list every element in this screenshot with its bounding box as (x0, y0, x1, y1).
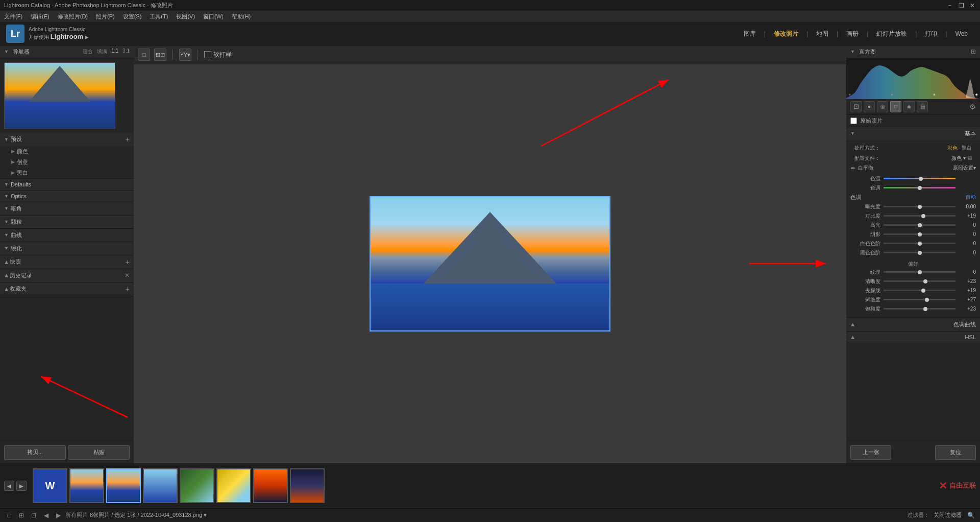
film-thumb-6[interactable] (216, 468, 251, 503)
menu-develop[interactable]: 修改照片(D) (58, 13, 88, 20)
crop-tool[interactable]: ⊡ (850, 101, 862, 112)
dehaze-slider[interactable] (884, 290, 955, 291)
shadows-slider[interactable] (884, 233, 955, 235)
collections-add-button[interactable]: + (126, 285, 130, 293)
grain-header[interactable]: ▼ 颗粒 (0, 216, 134, 228)
preset-item-bw2[interactable]: ▶ 黑白 (0, 168, 134, 178)
copy-button[interactable]: 拷贝... (4, 445, 66, 460)
brand-line2[interactable]: 开始使用 Lightroom ▶ (29, 33, 89, 41)
nav-back-button[interactable]: ◀ (41, 510, 51, 520)
profile-value[interactable]: 颜色 ▾ (951, 155, 966, 162)
view-toggle-3[interactable]: ⊡ (29, 510, 39, 520)
filter-value[interactable]: 关闭过滤器 (934, 511, 962, 519)
preset-item-color[interactable]: ▶ 颜色 (0, 146, 134, 157)
view-single-button[interactable]: □ (138, 49, 150, 61)
tab-develop[interactable]: 修改照片 (768, 28, 804, 40)
saturation-handle[interactable] (923, 307, 927, 311)
paste-button[interactable]: 粘贴 (68, 445, 130, 460)
clarity-slider[interactable] (884, 280, 955, 282)
exposure-handle[interactable] (918, 205, 922, 209)
color-temp-slider[interactable] (884, 178, 955, 179)
quick-snap-add-button[interactable]: + (126, 258, 130, 266)
tab-web[interactable]: Web (949, 28, 974, 39)
minimize-button[interactable]: － (946, 2, 953, 9)
color-tint-slider[interactable] (884, 187, 955, 188)
sharpen-header[interactable]: ▼ 锐化 (0, 242, 134, 255)
contrast-handle[interactable] (921, 214, 925, 218)
quick-snap-header[interactable]: ▶ 快照 + (0, 255, 134, 269)
tab-slideshow[interactable]: 幻灯片放映 (870, 28, 913, 40)
tab-library[interactable]: 图库 (738, 28, 762, 40)
navigator-collapse-arrow[interactable]: ▼ (4, 49, 9, 54)
whites-slider[interactable] (884, 243, 955, 244)
settings-icon[interactable]: ⚙ (969, 103, 976, 111)
treatment-bw[interactable]: 黑白 (962, 145, 972, 152)
histogram-collapse-arrow[interactable]: ▼ (850, 49, 855, 54)
blacks-handle[interactable] (918, 251, 922, 255)
texture-handle[interactable] (918, 270, 922, 274)
film-thumb-2[interactable] (69, 468, 104, 503)
menu-settings[interactable]: 设置(S) (123, 13, 142, 20)
zoom-3to1[interactable]: 3:1 (122, 48, 130, 55)
tone-auto-button[interactable]: 自动 (966, 194, 976, 201)
preset-item-bw[interactable]: ▶ 创意 (0, 157, 134, 168)
masking-tool[interactable]: □ (890, 101, 901, 112)
wb-picker-icon[interactable]: ✒ (850, 164, 856, 172)
shadows-handle[interactable] (918, 232, 922, 236)
blacks-slider[interactable] (884, 252, 955, 253)
photo-count-detail[interactable]: 8张照片 / 选定 1张 / 2022-10-04_093128.png ▾ (90, 511, 207, 519)
adjustment-tool[interactable]: ◈ (903, 101, 915, 112)
film-thumb-4[interactable] (143, 468, 178, 503)
original-photo-checkbox[interactable] (850, 117, 857, 124)
presets-header[interactable]: ▼ 预设 + (0, 133, 134, 146)
menu-window[interactable]: 窗口(W) (203, 13, 224, 20)
highlights-handle[interactable] (918, 223, 922, 227)
saturation-slider[interactable] (884, 308, 955, 310)
clarity-handle[interactable] (923, 279, 927, 283)
tone-curve-header[interactable]: ▶ 色调曲线 (846, 318, 980, 331)
contrast-slider[interactable] (884, 215, 955, 217)
texture-slider[interactable] (884, 271, 955, 273)
menu-file[interactable]: 文件(F) (4, 13, 22, 20)
color-tint-handle[interactable] (918, 186, 922, 190)
histogram-expand-icon[interactable]: ⊞ (971, 48, 976, 55)
gradient-tool[interactable]: ▤ (917, 101, 928, 112)
view-compare-button[interactable]: ⊞⊡ (154, 49, 166, 61)
basic-section-header[interactable]: ▼ 基本 (846, 127, 980, 140)
curve-header[interactable]: ▼ 曲线 (0, 229, 134, 242)
tab-map[interactable]: 地图 (810, 28, 835, 40)
color-temp-handle[interactable] (919, 177, 923, 181)
presets-add-button[interactable]: + (126, 135, 130, 144)
view-toggle-2[interactable]: ⊞ (16, 510, 27, 520)
redeye-tool[interactable]: ◎ (877, 101, 888, 112)
navigator-preview[interactable] (4, 62, 115, 129)
optics-header[interactable]: ▼ Optics (0, 191, 134, 202)
film-thumb-5[interactable] (180, 468, 214, 503)
tab-book[interactable]: 画册 (840, 28, 865, 40)
dehaze-handle[interactable] (921, 289, 925, 293)
highlights-slider[interactable] (884, 224, 955, 226)
prev-photo-button[interactable]: 上一张 (850, 445, 891, 460)
vibrance-slider[interactable] (884, 299, 955, 300)
wb-value[interactable]: 原照设置▾ (953, 164, 976, 172)
collections-header[interactable]: ▶ 收藏夹 + (0, 282, 134, 296)
whites-handle[interactable] (918, 242, 922, 246)
film-thumb-3[interactable] (106, 468, 141, 503)
hsl-header[interactable]: ▶ HSL (846, 331, 980, 343)
profile-grid-icon[interactable]: ⊞ (968, 155, 972, 161)
defaults-header[interactable]: ▼ Defaults (0, 179, 134, 190)
date-filter-button[interactable]: YY▾ (179, 49, 191, 61)
reset-photo-button[interactable]: 复位 (935, 445, 976, 460)
dark-corner-header[interactable]: ▼ 暗角 (0, 202, 134, 215)
menu-tools[interactable]: 工具(T) (150, 13, 168, 20)
restore-button[interactable]: ❐ (958, 2, 965, 9)
view-toggle-1[interactable]: □ (4, 510, 14, 520)
treatment-color[interactable]: 彩色 (947, 145, 958, 152)
exposure-slider[interactable] (884, 206, 955, 207)
zoom-fill[interactable]: 填满 (97, 48, 107, 55)
zoom-fit[interactable]: 适合 (83, 48, 93, 55)
menu-photo[interactable]: 照片(P) (96, 13, 115, 20)
film-thumb-1[interactable]: W (33, 468, 67, 503)
menu-edit[interactable]: 编辑(E) (31, 13, 50, 20)
filmstrip-nav-next[interactable]: ▶ (16, 481, 27, 491)
